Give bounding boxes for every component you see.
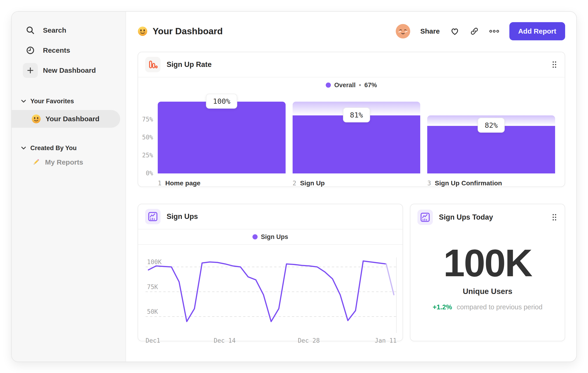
line-xtick-label: Jan 11 bbox=[375, 337, 397, 344]
line-chart-svg bbox=[146, 254, 397, 333]
clock-icon bbox=[23, 46, 38, 55]
funnel-step-label: 2Sign Up bbox=[293, 180, 420, 187]
chevron-down-icon bbox=[21, 100, 26, 103]
drag-handle-icon[interactable] bbox=[552, 61, 557, 68]
funnel-legend[interactable]: Overall • 67% bbox=[138, 77, 565, 93]
topbar: Your Dashboard Share A bbox=[138, 21, 565, 41]
sidebar-item-search[interactable]: Search bbox=[12, 20, 126, 40]
sidebar-item-label: New Dashboard bbox=[43, 66, 96, 74]
signup-rate-card: Sign Up Rate Overall • 67% 0%25%50%75% 1… bbox=[138, 52, 565, 187]
line-ytick-label: 100K bbox=[147, 259, 162, 265]
funnel-step-label: 3Sign Up Confirmation bbox=[427, 180, 555, 187]
sidebar-item-label: Recents bbox=[43, 46, 70, 54]
funnel-bar[interactable]: 82% bbox=[427, 94, 555, 173]
card-header: Sign Up Rate bbox=[138, 52, 565, 77]
page-title: Your Dashboard bbox=[153, 26, 223, 36]
favorite-heart-icon[interactable] bbox=[450, 26, 460, 36]
card-header: Sign Ups Today bbox=[410, 204, 565, 230]
line-ytick-label: 75K bbox=[147, 283, 158, 291]
sidebar-item-label: Search bbox=[43, 26, 66, 34]
more-options-icon[interactable] bbox=[489, 29, 500, 33]
avatar[interactable] bbox=[396, 24, 410, 39]
funnel-bar-fill bbox=[293, 115, 420, 173]
funnel-chart-icon bbox=[145, 57, 160, 72]
sidebar-item-my-reports[interactable]: My Reports bbox=[12, 157, 126, 168]
dashboard-title-wrap: Your Dashboard bbox=[138, 26, 223, 36]
sidebar-item-recents[interactable]: Recents bbox=[12, 40, 126, 60]
chevron-down-icon bbox=[21, 146, 26, 150]
line-chart-icon bbox=[417, 210, 433, 225]
line-x-axis: Dec1Dec 14Dec 28Jan 11 bbox=[146, 335, 397, 346]
legend-label: Sign Ups bbox=[261, 233, 288, 241]
card-title: Sign Ups bbox=[167, 212, 198, 221]
line-xtick-label: Dec 14 bbox=[214, 337, 236, 344]
sidebar-item-your-dashboard[interactable]: Your Dashboard bbox=[12, 110, 120, 128]
sidebar-item-new-dashboard[interactable]: New Dashboard bbox=[12, 60, 126, 81]
line-xtick-label: Dec1 bbox=[146, 337, 160, 344]
legend-label: Overall bbox=[334, 81, 356, 89]
copy-link-icon[interactable] bbox=[470, 27, 479, 36]
signups-today-card: Sign Ups Today 100K Unique Users +1.2% c… bbox=[410, 204, 565, 341]
smiley-emoji-icon bbox=[138, 26, 147, 36]
drag-handle-icon[interactable] bbox=[552, 213, 557, 221]
sidebar-section-your-favorites[interactable]: Your Favorites bbox=[12, 97, 126, 106]
add-report-button[interactable]: Add Report bbox=[509, 22, 565, 40]
kpi-delta: +1.2% compared to previous period bbox=[410, 303, 565, 311]
section-label: Created By You bbox=[30, 144, 77, 152]
funnel-x-axis: 1Home page2Sign Up3Sign Up Confirmation bbox=[158, 180, 555, 187]
legend-separator: • bbox=[359, 81, 361, 89]
sidebar-top-nav: Search Recents New Dashboard bbox=[12, 12, 126, 81]
funnel-bar-fill bbox=[158, 102, 286, 173]
plus-icon bbox=[23, 63, 38, 78]
line-legend[interactable]: Sign Ups bbox=[138, 229, 402, 245]
pencil-emoji-icon bbox=[32, 158, 40, 167]
main-content: Your Dashboard Share A bbox=[126, 12, 576, 362]
legend-value: 67% bbox=[364, 81, 377, 89]
search-icon bbox=[23, 26, 38, 35]
funnel-value-label: 81% bbox=[343, 108, 370, 122]
sidebar: Search Recents New Dashboard bbox=[12, 12, 126, 362]
delta-caption: compared to previous period bbox=[457, 303, 543, 311]
funnel-value-label: 82% bbox=[478, 118, 505, 133]
card-header: Sign Ups bbox=[138, 204, 402, 229]
funnel-plot: 0%25%50%75% 100%81%82% bbox=[158, 94, 555, 173]
sidebar-section-created-by-you[interactable]: Created By You bbox=[12, 143, 126, 153]
funnel-bar-fill bbox=[427, 126, 555, 174]
funnel-value-label: 100% bbox=[206, 94, 238, 109]
funnel-bars: 100%81%82% bbox=[158, 94, 555, 173]
funnel-bar[interactable]: 81% bbox=[293, 94, 420, 173]
line-xtick-label: Dec 28 bbox=[298, 337, 320, 344]
line-plot[interactable]: 100K75K50K bbox=[146, 254, 397, 333]
legend-dot bbox=[326, 82, 331, 88]
kpi-value: 100K bbox=[410, 244, 565, 282]
funnel-ytick-label: 25% bbox=[142, 152, 153, 159]
funnel-ytick-label: 50% bbox=[142, 134, 153, 141]
section-label: Your Favorites bbox=[30, 98, 74, 105]
funnel-bar[interactable]: 100% bbox=[158, 94, 286, 173]
line-ytick-label: 50K bbox=[147, 308, 158, 315]
funnel-ytick-label: 75% bbox=[142, 116, 153, 123]
delta-value: +1.2% bbox=[433, 303, 452, 311]
funnel-ytick-label: 0% bbox=[146, 170, 153, 177]
funnel-step-label: 1Home page bbox=[158, 180, 286, 187]
signups-card: Sign Ups Sign Ups 100K75K50K Dec1Dec 14D… bbox=[138, 204, 403, 341]
legend-dot bbox=[252, 234, 258, 239]
card-title: Sign Up Rate bbox=[167, 60, 212, 69]
signups-line-series bbox=[148, 261, 386, 322]
sidebar-item-label: Your Dashboard bbox=[45, 115, 99, 123]
line-chart-icon bbox=[145, 209, 160, 224]
topbar-actions: Share Add Report bbox=[396, 22, 565, 40]
cards-row: Sign Ups Sign Ups 100K75K50K Dec1Dec 14D… bbox=[138, 204, 565, 341]
card-title: Sign Ups Today bbox=[439, 213, 493, 222]
smiley-emoji-icon bbox=[32, 114, 41, 123]
sidebar-item-label: My Reports bbox=[45, 158, 83, 166]
app-window: Search Recents New Dashboard bbox=[11, 11, 577, 362]
share-button[interactable]: Share bbox=[420, 27, 440, 35]
kpi-caption: Unique Users bbox=[410, 287, 565, 296]
signups-line-incomplete-tail bbox=[386, 264, 394, 295]
funnel-y-axis: 0%25%50%75% bbox=[138, 94, 153, 173]
